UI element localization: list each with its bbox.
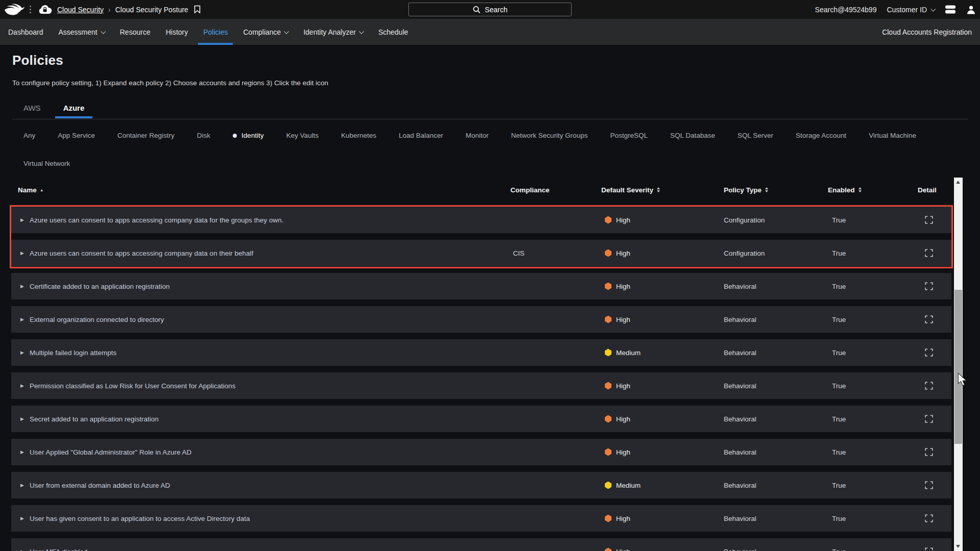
filter-chip-storage-account[interactable]: Storage Account bbox=[796, 132, 846, 139]
nav-item-compliance[interactable]: Compliance bbox=[243, 19, 288, 45]
caret-right-icon[interactable]: ▶ bbox=[20, 483, 24, 488]
filter-chip-key-vaults[interactable]: Key Vaults bbox=[286, 132, 319, 139]
filter-chip-identity[interactable]: Identity bbox=[233, 132, 264, 139]
caret-right-icon[interactable]: ▶ bbox=[20, 251, 24, 256]
expand-corners-icon[interactable] bbox=[925, 481, 933, 489]
chat-stack-icon[interactable] bbox=[945, 5, 956, 14]
bookmark-icon[interactable] bbox=[194, 5, 201, 14]
expand-corners-icon[interactable] bbox=[925, 315, 933, 323]
severity-hexagon-icon bbox=[605, 349, 611, 357]
column-header-name[interactable]: Name ▲ bbox=[11, 186, 505, 194]
crowdstrike-falcon-logo[interactable] bbox=[4, 3, 24, 16]
expand-corners-icon[interactable] bbox=[925, 547, 933, 551]
policy-name: User MFA disabled bbox=[30, 548, 87, 551]
severity-hexagon-icon bbox=[605, 482, 611, 489]
nav-item-assessment[interactable]: Assessment bbox=[59, 19, 105, 45]
severity-label: High bbox=[616, 283, 630, 290]
filter-chip-sql-database[interactable]: SQL Database bbox=[670, 132, 715, 139]
filter-chip-postgresql[interactable]: PostgreSQL bbox=[610, 132, 648, 139]
enabled-value: True bbox=[822, 316, 906, 323]
caret-right-icon[interactable]: ▶ bbox=[20, 217, 24, 222]
nav-item-schedule[interactable]: Schedule bbox=[378, 19, 408, 45]
caret-right-icon[interactable]: ▶ bbox=[20, 549, 24, 551]
vertical-scrollbar[interactable] bbox=[954, 178, 963, 551]
expand-corners-icon[interactable] bbox=[925, 415, 933, 423]
scroll-up-arrow-icon[interactable] bbox=[956, 181, 960, 184]
breadcrumb-current-page: Cloud Security Posture bbox=[115, 6, 188, 14]
caret-right-icon[interactable]: ▶ bbox=[20, 449, 24, 455]
nav-item-resource[interactable]: Resource bbox=[120, 19, 151, 45]
caret-right-icon[interactable]: ▶ bbox=[20, 350, 24, 355]
filter-chip-container-registry[interactable]: Container Registry bbox=[117, 132, 175, 139]
breadcrumb: Cloud Security › Cloud Security Posture bbox=[52, 6, 188, 14]
nav-item-identity-analyzer[interactable]: Identity Analyzer bbox=[303, 19, 363, 45]
filter-chip-virtual-machine[interactable]: Virtual Machine bbox=[869, 132, 916, 139]
filter-chip-network-security-groups[interactable]: Network Security Groups bbox=[511, 132, 587, 139]
scroll-down-arrow-icon[interactable] bbox=[956, 545, 960, 548]
policy-row[interactable]: ▶ Certificate added to an application re… bbox=[11, 273, 951, 299]
caret-right-icon[interactable]: ▶ bbox=[20, 317, 24, 322]
customer-id-dropdown[interactable]: Customer ID bbox=[887, 6, 935, 14]
nav-item-policies[interactable]: Policies bbox=[203, 19, 228, 45]
severity-label: High bbox=[616, 415, 630, 423]
expand-corners-icon[interactable] bbox=[925, 348, 933, 357]
filter-chip-kubernetes[interactable]: Kubernetes bbox=[341, 132, 376, 139]
policy-row[interactable]: ▶ User Applied "Global Administrator" Ro… bbox=[11, 439, 951, 465]
breadcrumb-section-link[interactable]: Cloud Security bbox=[57, 6, 104, 14]
column-header-enabled[interactable]: Enabled bbox=[822, 186, 906, 194]
filter-chip-load-balancer[interactable]: Load Balancer bbox=[399, 132, 443, 139]
tab-azure[interactable]: Azure bbox=[63, 104, 85, 112]
kebab-menu-icon[interactable] bbox=[30, 6, 31, 13]
global-search-input[interactable]: Search bbox=[408, 3, 572, 16]
enabled-value: True bbox=[822, 382, 906, 390]
enabled-value: True bbox=[822, 216, 906, 224]
policy-type-value: Behavioral bbox=[717, 448, 822, 456]
policy-row[interactable]: ▶ Azure users can consent to apps access… bbox=[11, 240, 951, 266]
policy-type-value: Configuration bbox=[717, 216, 822, 224]
caret-right-icon[interactable]: ▶ bbox=[20, 383, 24, 388]
filter-chip-app-service[interactable]: App Service bbox=[58, 132, 95, 139]
nav-items: DashboardAssessmentResourceHistoryPolici… bbox=[8, 19, 408, 45]
caret-right-icon[interactable]: ▶ bbox=[20, 416, 24, 421]
policy-row[interactable]: ▶ User MFA disabled High Behavioral True bbox=[11, 538, 951, 551]
expand-corners-icon[interactable] bbox=[925, 249, 933, 257]
cloud-lock-icon bbox=[38, 5, 52, 14]
filter-chip-any[interactable]: Any bbox=[23, 132, 35, 139]
user-icon[interactable] bbox=[966, 5, 976, 14]
severity-hexagon-icon bbox=[605, 216, 611, 224]
caret-right-icon[interactable]: ▶ bbox=[20, 516, 24, 521]
policy-row[interactable]: ▶ Multiple failed login attempts Medium … bbox=[11, 339, 951, 366]
top-bar-right: Search@49524b99 Customer ID bbox=[815, 0, 976, 19]
expand-corners-icon[interactable] bbox=[925, 448, 933, 456]
expand-corners-icon[interactable] bbox=[925, 514, 933, 522]
filter-chip-disk[interactable]: Disk bbox=[197, 132, 210, 139]
policy-row[interactable]: ▶ External organization connected to dir… bbox=[11, 306, 951, 333]
policy-row[interactable]: ▶ Permission classified as Low Risk for … bbox=[11, 372, 951, 399]
tab-aws[interactable]: AWS bbox=[23, 104, 41, 112]
policy-row[interactable]: ▶ User has given consent to an applicati… bbox=[11, 505, 951, 532]
chevron-down-icon bbox=[101, 29, 106, 34]
nav-item-history[interactable]: History bbox=[166, 19, 188, 45]
expand-corners-icon[interactable] bbox=[925, 216, 933, 224]
column-header-policy-type[interactable]: Policy Type bbox=[717, 186, 822, 194]
severity-label: High bbox=[616, 249, 630, 257]
scrollbar-thumb[interactable] bbox=[954, 290, 962, 444]
search-icon bbox=[473, 6, 481, 14]
policy-row[interactable]: ▶ Secret added to an application registr… bbox=[11, 406, 951, 432]
filter-chip-sql-server[interactable]: SQL Server bbox=[738, 132, 773, 139]
nav-item-dashboard[interactable]: Dashboard bbox=[8, 19, 43, 45]
cloud-accounts-registration-link[interactable]: Cloud Accounts Registration bbox=[882, 28, 972, 36]
expand-corners-icon[interactable] bbox=[925, 282, 933, 290]
policy-row[interactable]: ▶ User from external domain added to Azu… bbox=[11, 472, 951, 498]
top-bar: Cloud Security › Cloud Security Posture … bbox=[0, 0, 980, 19]
selected-dot-icon bbox=[233, 134, 237, 138]
sort-updown-icon bbox=[859, 187, 862, 192]
filter-chip-virtual-network[interactable]: Virtual Network bbox=[23, 160, 70, 167]
policy-row[interactable]: ▶ Azure users can consent to apps access… bbox=[11, 207, 951, 233]
column-header-default-severity[interactable]: Default Severity bbox=[597, 186, 717, 194]
breadcrumb-separator: › bbox=[108, 6, 111, 14]
caret-right-icon[interactable]: ▶ bbox=[20, 284, 24, 289]
expand-corners-icon[interactable] bbox=[925, 382, 933, 390]
column-header-compliance[interactable]: Compliance bbox=[505, 186, 597, 194]
filter-chip-monitor[interactable]: Monitor bbox=[465, 132, 488, 139]
